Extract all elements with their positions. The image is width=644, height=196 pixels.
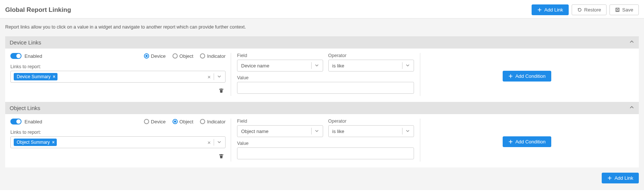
links-to-report-label: Links to report: <box>10 64 226 69</box>
chevron-down-icon[interactable] <box>312 63 321 69</box>
links-to-report-label: Links to report: <box>10 130 226 135</box>
value-label: Value <box>237 75 414 80</box>
plus-icon <box>508 139 513 144</box>
save-icon <box>615 7 620 12</box>
operator-value: is like <box>332 63 345 69</box>
trash-icon <box>218 153 224 159</box>
report-tag: Device Summary × <box>14 73 58 80</box>
trash-icon <box>218 88 224 93</box>
add-link-footer-label: Add Link <box>614 175 633 181</box>
section-title: Device Links <box>10 39 41 46</box>
field-label: Field <box>237 119 323 124</box>
restore-icon <box>577 7 582 12</box>
value-input[interactable] <box>237 147 414 159</box>
section-title: Object Links <box>10 105 40 111</box>
enabled-toggle[interactable] <box>10 53 22 59</box>
field-label: Field <box>237 53 323 58</box>
delete-link-button[interactable] <box>217 152 226 162</box>
report-combo[interactable]: Object Summary × × <box>10 136 226 148</box>
add-link-footer-button[interactable]: Add Link <box>602 173 639 183</box>
combo-clear-icon[interactable]: × <box>205 139 213 146</box>
field-value: Device name <box>241 63 269 69</box>
section-header[interactable]: Object Links <box>5 102 639 114</box>
page-title: Global Report Linking <box>5 6 71 14</box>
separator <box>311 62 312 69</box>
radio-object-label: Object <box>180 119 194 124</box>
radio-device-label: Device <box>151 119 166 124</box>
chevron-down-icon[interactable] <box>403 129 412 134</box>
add-condition-label: Add Condition <box>515 139 546 144</box>
chevron-down-icon[interactable] <box>215 74 224 80</box>
radio-device[interactable]: Device <box>144 53 166 59</box>
add-link-button[interactable]: Add Link <box>532 4 569 15</box>
svg-rect-1 <box>617 10 618 11</box>
type-radio-group: Device Object Indicator <box>144 119 226 124</box>
enabled-label: Enabled <box>24 119 42 124</box>
separator <box>311 128 312 134</box>
operator-value: is like <box>332 129 345 134</box>
add-condition-button[interactable]: Add Condition <box>503 136 551 147</box>
chevron-up-icon[interactable] <box>629 105 634 111</box>
operator-label: Operator <box>328 119 414 124</box>
chevron-down-icon[interactable] <box>403 63 412 69</box>
operator-label: Operator <box>328 53 414 58</box>
chevron-up-icon[interactable] <box>629 39 634 46</box>
radio-indicator[interactable]: Indicator <box>200 119 226 124</box>
add-condition-button[interactable]: Add Condition <box>503 71 551 82</box>
separator <box>214 73 214 80</box>
plus-icon <box>508 74 513 79</box>
plus-icon <box>537 7 542 12</box>
type-radio-group: Device Object Indicator <box>144 53 226 59</box>
separator <box>402 128 402 134</box>
value-label: Value <box>237 141 414 146</box>
radio-object[interactable]: Object <box>172 119 194 124</box>
report-tag: Object Summary × <box>14 139 57 146</box>
combo-clear-icon[interactable]: × <box>205 74 213 80</box>
svg-rect-0 <box>616 8 620 12</box>
restore-button[interactable]: Restore <box>572 4 607 15</box>
radio-device-label: Device <box>151 53 166 59</box>
delete-link-button[interactable] <box>217 86 226 96</box>
radio-object-label: Object <box>180 53 194 59</box>
save-button[interactable]: Save <box>610 4 639 15</box>
report-tag-text: Object Summary <box>17 140 50 145</box>
field-value: Object name <box>241 129 269 134</box>
operator-select[interactable]: is like <box>328 125 414 137</box>
tag-remove-icon[interactable]: × <box>53 74 55 79</box>
radio-indicator[interactable]: Indicator <box>200 53 226 59</box>
enabled-label: Enabled <box>24 53 42 59</box>
tag-remove-icon[interactable]: × <box>52 140 55 145</box>
radio-indicator-label: Indicator <box>207 119 226 124</box>
operator-select[interactable]: is like <box>328 60 414 72</box>
radio-device[interactable]: Device <box>144 119 166 124</box>
save-label: Save <box>622 7 633 13</box>
radio-indicator-label: Indicator <box>207 53 226 59</box>
chevron-down-icon[interactable] <box>312 129 321 134</box>
separator <box>402 62 402 69</box>
report-tag-text: Device Summary <box>17 74 50 79</box>
value-input[interactable] <box>237 82 414 94</box>
separator <box>214 139 214 146</box>
plus-icon <box>607 176 612 180</box>
restore-label: Restore <box>584 7 601 13</box>
report-combo[interactable]: Device Summary × × <box>10 71 226 83</box>
enabled-toggle[interactable] <box>10 119 22 124</box>
page-description: Report links allow you to click on a val… <box>0 19 644 36</box>
chevron-down-icon[interactable] <box>215 140 224 145</box>
radio-object[interactable]: Object <box>172 53 194 59</box>
add-condition-label: Add Condition <box>515 73 546 79</box>
field-select[interactable]: Object name <box>237 125 323 137</box>
field-select[interactable]: Device name <box>237 60 323 72</box>
section-header[interactable]: Device Links <box>5 36 639 49</box>
add-link-label: Add Link <box>544 7 563 13</box>
